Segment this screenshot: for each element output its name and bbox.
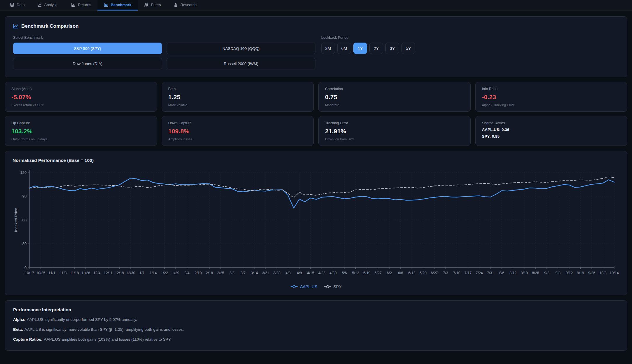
y-axis-title: Indexed Price — [14, 208, 18, 232]
y-tick-label: 90 — [22, 194, 27, 198]
x-tick-label: 4/3 — [286, 271, 291, 275]
metric-subtext: Excess return vs SPY — [11, 103, 150, 107]
x-tick-label: 4/30 — [329, 271, 336, 275]
x-tick-label: 3/3 — [229, 271, 234, 275]
x-tick-label: 7/24 — [476, 271, 483, 275]
metric-subtext: More volatile — [168, 103, 307, 107]
x-tick-label: 11/26 — [81, 271, 90, 275]
y-tick-label: 60 — [22, 218, 27, 222]
lookback-period-label: Lookback Period — [321, 36, 415, 40]
x-tick-label: 9/12 — [566, 271, 573, 275]
x-tick-label: 5/6 — [342, 271, 347, 275]
x-tick-label: 9/2 — [544, 271, 549, 275]
metric-card: Tracking Error21.91%Deviation from SPY — [318, 116, 471, 146]
lookback-button-3y[interactable]: 3Y — [385, 43, 399, 54]
normalized-performance-chart[interactable]: 10/1710/2511/111/811/1811/2612/412/1112/… — [13, 167, 620, 281]
x-tick-label: 6/20 — [420, 271, 427, 275]
lookback-button-row: 3M6M1Y2Y3Y5Y — [321, 43, 415, 54]
bar-chart-icon — [71, 3, 76, 7]
y-tick-label: 120 — [20, 170, 27, 175]
benchmark-button[interactable]: NASDAQ 100 (QQQ) — [167, 43, 315, 54]
tab-label: Research — [180, 3, 197, 7]
trend-line-icon — [13, 24, 18, 29]
metric-label: Up Capture — [11, 121, 150, 125]
legend-item-aapl.us[interactable]: AAPL.US — [290, 284, 317, 289]
tab-label: Analysis — [44, 3, 58, 7]
metric-subtext: Alpha / Tracking Error — [482, 103, 621, 107]
benchmark-button[interactable]: Russell 2000 (IWM) — [167, 58, 315, 69]
tab-returns[interactable]: Returns — [65, 0, 98, 10]
tab-analysis[interactable]: Analysis — [31, 0, 64, 10]
metric-subtext: Amplifies losses — [168, 137, 307, 141]
benchmark-button[interactable]: Dow Jones (DIA) — [13, 58, 162, 69]
benchmark-button[interactable]: S&P 500 (SPY) — [13, 43, 162, 54]
legend-item-spy[interactable]: SPY — [324, 284, 342, 289]
metric-line: SPY: 0.85 — [482, 134, 621, 139]
x-tick-label: 7/31 — [487, 271, 494, 275]
x-tick-label: 2/10 — [195, 271, 202, 275]
x-tick-label: 10/14 — [610, 271, 619, 275]
x-tick-label: 2/25 — [217, 271, 224, 275]
lookback-button-1y[interactable]: 1Y — [353, 43, 367, 54]
x-tick-label: 9/26 — [588, 271, 595, 275]
select-benchmark-label: Select Benchmark — [13, 36, 315, 40]
x-tick-label: 10/25 — [36, 271, 45, 275]
metric-value: 1.25 — [168, 94, 307, 101]
tab-data[interactable]: Data — [4, 0, 31, 10]
metric-label: Correlation — [325, 87, 464, 91]
tab-benchmark[interactable]: Benchmark — [97, 0, 138, 10]
x-tick-label: 6/12 — [408, 271, 415, 275]
lookback-button-2y[interactable]: 2Y — [369, 43, 383, 54]
x-tick-label: 7/10 — [453, 271, 460, 275]
metric-value: 0.75 — [325, 94, 464, 101]
metric-subtext: Moderate — [325, 103, 464, 107]
x-tick-label: 3/28 — [273, 271, 280, 275]
metric-value: 109.8% — [168, 128, 307, 135]
metric-subtext: Deviation from SPY — [325, 137, 464, 141]
metric-value: -5.07% — [11, 94, 150, 101]
x-tick-label: 1/22 — [161, 271, 168, 275]
metric-line: AAPL.US: 0.36 — [482, 127, 621, 132]
x-tick-label: 5/19 — [363, 271, 370, 275]
x-tick-label: 1/29 — [172, 271, 179, 275]
legend-marker-icon — [290, 285, 298, 288]
metric-card: Beta1.25More volatile — [162, 82, 314, 112]
metric-subtext: Outperforms on up days — [11, 137, 150, 141]
x-tick-label: 8/6 — [499, 271, 504, 275]
x-tick-label: 1/14 — [150, 271, 157, 275]
performance-chart-card: Normalized Performance (Base = 100) 10/1… — [5, 151, 627, 295]
page-body: Benchmark Comparison Select Benchmark S&… — [0, 11, 632, 351]
metric-value: -0.23 — [482, 94, 621, 101]
metrics-grid: Alpha (Ann.)-5.07%Excess return vs SPYBe… — [5, 82, 627, 146]
x-tick-label: 4/23 — [318, 271, 325, 275]
tab-peers[interactable]: Peers — [138, 0, 167, 10]
x-tick-label: 6/2 — [387, 271, 392, 275]
interpretation-title: Performance Interpretation — [13, 307, 619, 312]
interpretation-row: Beta:AAPL.US is significantly more volat… — [13, 327, 619, 332]
metric-card: Correlation0.75Moderate — [318, 82, 471, 112]
metric-label: Info Ratio — [482, 87, 621, 91]
chart-legend: AAPL.USSPY — [13, 283, 619, 291]
legend-label: AAPL.US — [300, 284, 317, 289]
metric-label: Tracking Error — [325, 121, 464, 125]
benchmark-card-title: Benchmark Comparison — [13, 23, 619, 29]
lookback-button-5y[interactable]: 5Y — [401, 43, 415, 54]
flask-icon — [174, 3, 178, 7]
x-tick-label: 10/17 — [25, 271, 34, 275]
metric-card: Up Capture103.2%Outperforms on up days — [5, 116, 157, 146]
x-tick-label: 8/12 — [509, 271, 516, 275]
x-tick-label: 3/7 — [241, 271, 246, 275]
metric-label: Beta — [168, 87, 307, 91]
tab-label: Peers — [151, 3, 161, 7]
benchmark-card-title-text: Benchmark Comparison — [21, 23, 79, 29]
tab-research[interactable]: Research — [167, 0, 203, 10]
x-tick-label: 9/8 — [556, 271, 561, 275]
lookback-button-6m[interactable]: 6M — [337, 43, 351, 54]
x-tick-label: 3/21 — [262, 271, 269, 275]
lookback-button-3m[interactable]: 3M — [321, 43, 335, 54]
metric-value: 21.91% — [325, 128, 464, 135]
x-tick-label: 11/8 — [60, 271, 67, 275]
interpretation-lead: Beta: — [13, 327, 23, 332]
x-tick-label: 11/1 — [48, 271, 55, 275]
x-tick-label: 10/3 — [599, 271, 606, 275]
